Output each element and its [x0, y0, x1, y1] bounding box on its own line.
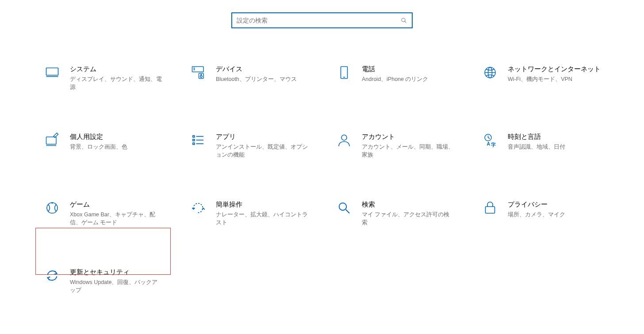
svg-line-1 — [405, 21, 406, 23]
tile-devices[interactable]: デバイス Bluetooth、プリンター、マウス — [188, 64, 334, 92]
tile-title: 簡単操作 — [216, 200, 309, 209]
svg-point-24 — [341, 135, 347, 140]
svg-point-0 — [402, 18, 405, 22]
tile-title: デバイス — [216, 65, 297, 73]
tile-desc: ナレーター、拡大鏡、ハイコントラスト — [216, 211, 309, 227]
tile-title: ネットワークとインターネット — [508, 65, 601, 73]
tile-update-security[interactable]: 更新とセキュリティ Windows Update、回復、バックアップ — [42, 267, 188, 296]
time-language-icon: A 字 — [482, 132, 498, 148]
tile-desc: マイ ファイル、アクセス許可の検索 — [362, 211, 455, 227]
svg-rect-18 — [193, 136, 195, 138]
globe-icon — [482, 65, 498, 81]
privacy-icon — [482, 200, 498, 216]
svg-line-27 — [488, 138, 490, 138]
tile-title: ゲーム — [70, 200, 163, 209]
apps-icon — [190, 132, 206, 148]
svg-rect-33 — [486, 207, 495, 213]
tile-desc: ディスプレイ、サウンド、通知、電源 — [70, 75, 163, 92]
tile-desc: Windows Update、回復、バックアップ — [70, 278, 163, 295]
system-icon — [44, 65, 60, 81]
tile-title: アプリ — [216, 132, 309, 141]
tile-time-language[interactable]: A 字 時刻と言語 音声認識、地域、日付 — [480, 131, 626, 160]
tile-desc: 場所、カメラ、マイク — [508, 211, 565, 219]
tile-search[interactable]: 検索 マイ ファイル、アクセス許可の検索 — [334, 199, 480, 228]
tile-network[interactable]: ネットワークとインターネット Wi-Fi、機内モード、VPN — [480, 64, 626, 92]
tile-title: 時刻と言語 — [508, 132, 565, 141]
svg-rect-2 — [46, 68, 58, 76]
search-category-icon — [336, 200, 352, 216]
settings-grid: システム ディスプレイ、サウンド、通知、電源 デバイス Bluetooth、プリ… — [42, 64, 644, 296]
gaming-icon — [44, 200, 60, 216]
tile-title: プライバシー — [508, 200, 565, 209]
tile-desc: Android、iPhone のリンク — [362, 75, 428, 84]
search-icon — [400, 17, 407, 24]
tile-desc: アンインストール、既定値、オプションの機能 — [216, 143, 309, 160]
devices-icon — [190, 65, 206, 81]
tile-personalization[interactable]: 個人用設定 背景、ロック画面、色 — [42, 131, 188, 160]
tile-phone[interactable]: 電話 Android、iPhone のリンク — [334, 64, 480, 92]
accounts-icon — [336, 132, 352, 148]
personalization-icon — [44, 132, 60, 148]
svg-rect-20 — [193, 139, 195, 141]
ease-of-access-icon — [190, 200, 206, 216]
tile-title: 更新とセキュリティ — [70, 268, 163, 276]
tile-title: 個人用設定 — [70, 132, 127, 141]
svg-point-10 — [200, 76, 203, 78]
svg-rect-22 — [193, 143, 195, 145]
tile-accounts[interactable]: アカウント アカウント、メール、同期、職場、家族 — [334, 131, 480, 160]
svg-point-9 — [201, 74, 202, 75]
search-input[interactable] — [237, 17, 400, 24]
tile-system[interactable]: システム ディスプレイ、サウンド、通知、電源 — [42, 64, 188, 92]
tile-desc: アカウント、メール、同期、職場、家族 — [362, 143, 455, 160]
update-icon — [44, 268, 60, 284]
tile-title: システム — [70, 65, 163, 73]
tile-title: 検索 — [362, 200, 455, 209]
svg-rect-11 — [341, 67, 348, 79]
svg-text:A: A — [487, 141, 491, 146]
svg-line-32 — [346, 210, 349, 213]
tile-desc: Xbox Game Bar、キャプチャ、配信、ゲーム モード — [70, 211, 163, 227]
tile-desc: Bluetooth、プリンター、マウス — [216, 75, 297, 84]
svg-rect-16 — [46, 137, 57, 145]
tile-ease-of-access[interactable]: 簡単操作 ナレーター、拡大鏡、ハイコントラスト — [188, 199, 334, 228]
tile-title: アカウント — [362, 132, 455, 141]
tile-privacy[interactable]: プライバシー 場所、カメラ、マイク — [480, 199, 626, 228]
svg-text:字: 字 — [491, 142, 496, 147]
tile-desc: 背景、ロック画面、色 — [70, 143, 127, 151]
phone-icon — [336, 65, 352, 81]
tile-apps[interactable]: アプリ アンインストール、既定値、オプションの機能 — [188, 131, 334, 160]
tile-title: 電話 — [362, 65, 428, 73]
svg-point-31 — [339, 203, 347, 211]
tile-desc: Wi-Fi、機内モード、VPN — [508, 75, 601, 84]
tile-gaming[interactable]: ゲーム Xbox Game Bar、キャプチャ、配信、ゲーム モード — [42, 199, 188, 228]
search-box[interactable] — [231, 12, 413, 28]
tile-desc: 音声認識、地域、日付 — [508, 143, 565, 151]
